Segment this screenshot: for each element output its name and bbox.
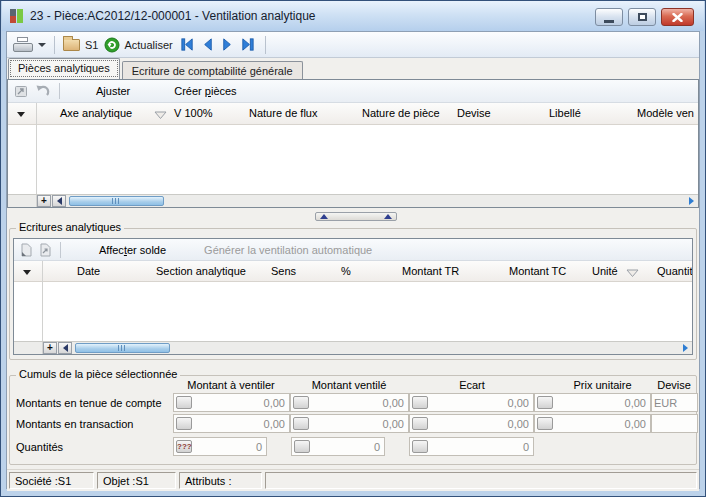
cumuls-header-prix-unitaire: Prix unitaire xyxy=(546,379,659,391)
column-header-montant-tc[interactable]: Montant TC xyxy=(509,265,566,277)
scroll-thumb[interactable] xyxy=(69,196,164,206)
row-label: Montants en transaction xyxy=(16,418,133,430)
maximize-button[interactable] xyxy=(628,8,656,26)
ecritures-grid: Affecter solde Générer la ventilation au… xyxy=(13,238,693,355)
ecritures-groupbox: Ecritures analytiques Affecter solde Gén… xyxy=(9,228,697,360)
detail-button[interactable] xyxy=(537,396,553,409)
filter-funnel-icon[interactable] xyxy=(154,110,167,122)
cumuls-header-ecart: Ecart xyxy=(410,379,534,391)
detail-button[interactable] xyxy=(176,417,192,430)
scroll-track[interactable] xyxy=(68,195,683,207)
column-header-axe-analytique[interactable]: Axe analytique xyxy=(60,107,132,119)
previous-record-button[interactable] xyxy=(199,36,216,53)
column-header-quantite[interactable]: Quantité xyxy=(657,265,692,277)
cumuls-row-quantites: Quantités ???0 0 0 xyxy=(10,437,696,457)
unit-selector-button[interactable]: ??? xyxy=(176,440,192,453)
detail-button[interactable] xyxy=(537,417,553,430)
last-record-button[interactable] xyxy=(239,36,256,53)
column-header-nature-de-piece[interactable]: Nature de pièce xyxy=(362,107,440,119)
scroll-spacer xyxy=(14,342,43,354)
minimize-icon xyxy=(604,20,614,23)
column-header-date[interactable]: Date xyxy=(77,265,100,277)
ecart-tc-value: 0,00 xyxy=(428,397,531,409)
folder-label: S1 xyxy=(85,39,98,51)
arrow-right-icon xyxy=(689,197,694,205)
detail-button[interactable] xyxy=(412,440,428,453)
pieces-grid-scrollbar: + xyxy=(8,194,698,207)
montant-ventile-tc-value: 0,00 xyxy=(309,397,406,409)
print-options-dropdown[interactable] xyxy=(35,36,48,54)
ecritures-grid-toolbar: Affecter solde Générer la ventilation au… xyxy=(14,239,692,261)
page-arrow-icon[interactable] xyxy=(39,243,51,257)
devise-value: EUR xyxy=(651,393,698,412)
row-label: Montants en tenue de compte xyxy=(16,397,162,409)
cumuls-row-transaction: Montants en transaction 0,00 0,00 0,00 0… xyxy=(10,414,696,434)
detail-button[interactable] xyxy=(293,396,309,409)
pieces-grid-toolbar: Ajuster Créer pièces xyxy=(8,80,698,103)
refresh-button[interactable] xyxy=(104,37,120,53)
refresh-icon xyxy=(104,37,120,53)
detail-button[interactable] xyxy=(412,396,428,409)
detail-button[interactable] xyxy=(293,417,309,430)
first-record-button[interactable] xyxy=(179,36,196,53)
prix-unitaire-tc-value: 0,00 xyxy=(553,397,648,409)
column-header-nature-de-flux[interactable]: Nature de flux xyxy=(249,107,317,119)
open-record-icon[interactable] xyxy=(14,85,28,98)
montant-ventile-tr-value: 0,00 xyxy=(309,418,406,430)
refresh-label[interactable]: Actualiser xyxy=(124,39,172,51)
creer-pieces-button[interactable]: Créer pièces xyxy=(166,83,244,99)
affecter-solde-button[interactable]: Affecter solde xyxy=(91,242,174,258)
pieces-grid-header: Axe analytique V 100% Nature de flux Nat… xyxy=(8,103,698,125)
row-selector-icon[interactable] xyxy=(17,112,25,117)
print-button[interactable] xyxy=(13,37,33,53)
page-icon[interactable] xyxy=(20,243,32,257)
minimize-button[interactable] xyxy=(595,8,623,26)
close-button[interactable] xyxy=(661,8,694,26)
detail-button[interactable] xyxy=(412,417,428,430)
tab-pieces-analytiques[interactable]: Pièces analytiques xyxy=(8,58,120,79)
maximize-icon xyxy=(638,13,647,21)
scroll-thumb[interactable] xyxy=(75,343,170,353)
add-row-button[interactable]: + xyxy=(37,195,51,207)
pieces-grid-body[interactable] xyxy=(8,125,698,194)
undo-icon[interactable] xyxy=(35,84,50,98)
folder-icon[interactable] xyxy=(63,39,80,51)
next-record-button[interactable] xyxy=(219,36,236,53)
toolbar-separator xyxy=(60,242,61,258)
column-header-section-analytique[interactable]: Section analytique xyxy=(156,265,246,277)
generer-ventilation-button[interactable]: Générer la ventilation automatique xyxy=(196,242,380,258)
scroll-right-button[interactable] xyxy=(678,342,692,354)
status-objet: Objet :S1 xyxy=(97,472,176,489)
detail-button[interactable] xyxy=(176,396,192,409)
ecritures-group-title: Ecritures analytiques xyxy=(16,221,124,233)
column-header-pourcentage[interactable]: % xyxy=(341,265,351,277)
scroll-spacer xyxy=(8,195,37,207)
first-record-icon xyxy=(180,37,195,52)
scroll-track[interactable] xyxy=(74,342,677,354)
splitter-handle[interactable] xyxy=(315,212,397,221)
column-header-v100[interactable]: V 100% xyxy=(174,107,213,119)
scroll-left-button[interactable] xyxy=(58,342,72,354)
filter-funnel-icon[interactable] xyxy=(626,268,639,280)
column-header-sens[interactable]: Sens xyxy=(271,265,296,277)
add-row-button[interactable]: + xyxy=(43,342,57,354)
ajuster-button[interactable]: Ajuster xyxy=(88,83,138,99)
row-selector-icon[interactable] xyxy=(23,270,31,275)
column-header-devise[interactable]: Devise xyxy=(457,107,491,119)
tab-ecriture-comptabilite-generale[interactable]: Ecriture de comptabilité générale xyxy=(122,61,303,79)
previous-record-icon xyxy=(200,37,215,52)
scroll-right-button[interactable] xyxy=(684,195,698,207)
title-bar[interactable]: 23 - Pièce:AC2012/12-000001 - Ventilatio… xyxy=(2,1,704,31)
column-header-modele-ventilation[interactable]: Modèle ven xyxy=(637,107,694,119)
column-header-unite[interactable]: Unité xyxy=(592,265,618,277)
status-extra xyxy=(265,472,697,489)
quantite-ecart-value: 0 xyxy=(428,441,531,453)
column-header-libelle[interactable]: Libellé xyxy=(549,107,581,119)
scroll-left-button[interactable] xyxy=(52,195,66,207)
detail-button[interactable] xyxy=(294,440,310,453)
column-header-montant-tr[interactable]: Montant TR xyxy=(402,265,459,277)
pieces-grid: Ajuster Créer pièces Axe analytique V 10… xyxy=(7,79,699,208)
toolbar-separator xyxy=(54,36,55,54)
ecritures-grid-body[interactable] xyxy=(14,282,692,341)
ecart-tr-value: 0,00 xyxy=(428,418,531,430)
